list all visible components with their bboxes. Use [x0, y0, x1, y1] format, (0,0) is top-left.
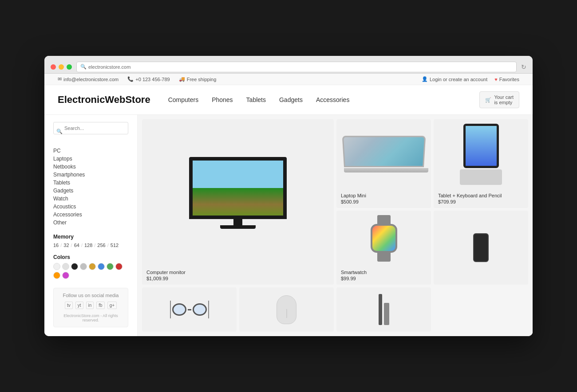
watch-name: Smartwatch — [341, 270, 427, 275]
sidebar-link-netbooks[interactable]: Netbooks — [53, 163, 128, 171]
glasses-image — [142, 287, 237, 332]
pen-mockup — [379, 294, 382, 325]
product-card-monitor[interactable]: Computer monitor $1,009.99 — [142, 119, 334, 285]
glasses-bridge — [188, 309, 191, 310]
heart-icon: ♥ — [494, 77, 498, 82]
main-nav: ElectronicWebStore Computers Phones Tabl… — [44, 85, 533, 115]
email-icon: ✉ — [58, 76, 62, 82]
nav-computers[interactable]: Computers — [168, 96, 198, 103]
product-card-laptop[interactable]: Laptop Mini $500.99 — [336, 119, 431, 208]
product-card-accessory[interactable] — [336, 287, 431, 332]
sidebar-link-acoustics[interactable]: Acoustics — [53, 203, 128, 211]
watch-info: Smartwatch $99.99 — [336, 266, 431, 285]
stylus-mockup — [384, 303, 389, 325]
address-bar[interactable]: 🔍 electronicstore.com — [76, 62, 517, 72]
mouse-mockup — [277, 295, 296, 324]
mouse-image — [239, 287, 334, 332]
watch-band-top — [377, 215, 391, 224]
sidebar-link-other[interactable]: Other — [53, 219, 128, 227]
refresh-button[interactable]: ↻ — [521, 63, 526, 71]
swatch-blue[interactable] — [98, 263, 105, 270]
social-in[interactable]: in — [86, 302, 94, 309]
accessory-mockup — [379, 294, 389, 325]
swatch-orange[interactable] — [53, 272, 60, 279]
sidebar-link-watch[interactable]: Watch — [53, 195, 128, 203]
browser-window: 🔍 electronicstore.com ↻ ✉ info@electroni… — [44, 56, 533, 336]
sidebar-search-input[interactable] — [53, 122, 128, 134]
swatch-black[interactable] — [71, 263, 78, 270]
nav-links: Computers Phones Tablets Gadgets Accesso… — [168, 96, 480, 103]
product-card-glasses[interactable] — [142, 287, 237, 332]
glasses-arm-right — [208, 301, 209, 318]
shipping-item: 🚚 Free shipping — [179, 76, 217, 82]
tablet-image — [434, 119, 528, 189]
memory-64[interactable]: 64 — [74, 243, 79, 248]
search-wrap: 🔍 — [53, 122, 128, 141]
nav-gadgets[interactable]: Gadgets — [279, 96, 303, 103]
product-card-mouse[interactable] — [239, 287, 334, 332]
site-logo[interactable]: ElectronicWebStore — [58, 94, 150, 106]
laptop-mockup — [344, 136, 424, 172]
search-icon: 🔍 — [80, 64, 87, 70]
memory-16[interactable]: 16 — [53, 243, 59, 248]
watch-mockup — [371, 215, 397, 262]
product-grid: Computer monitor $1,009.99 Laptop Mini $… — [138, 115, 533, 336]
swatch-white[interactable] — [53, 263, 60, 270]
monitor-mockup — [189, 157, 287, 229]
social-title: Follow us on social media — [58, 293, 123, 298]
cart-text: Your cart is empty — [494, 94, 514, 105]
memory-512[interactable]: 512 — [111, 243, 119, 248]
product-card-smartphone[interactable] — [434, 211, 528, 285]
swatch-silver[interactable] — [80, 263, 87, 270]
social-gp[interactable]: g+ — [107, 302, 117, 309]
product-card-watch[interactable]: Smartwatch $99.99 — [336, 211, 431, 285]
memory-128[interactable]: 128 — [84, 243, 92, 248]
maximize-button[interactable] — [67, 64, 72, 70]
email-text: info@electronicstore.com — [63, 77, 119, 82]
tablet-screen — [463, 124, 499, 168]
swatch-green[interactable] — [107, 263, 114, 270]
swatch-purple[interactable] — [62, 272, 69, 279]
sidebar-link-gadgets[interactable]: Gadgets — [53, 187, 128, 195]
minimize-button[interactable] — [59, 64, 64, 70]
swatch-lightgray[interactable] — [62, 263, 69, 270]
laptop-info: Laptop Mini $500.99 — [336, 189, 431, 208]
colors-label: Colors — [53, 254, 128, 260]
info-bar-left: ✉ info@electronicstore.com 📞 +0 123 456-… — [58, 76, 216, 82]
social-fb[interactable]: fb — [96, 302, 104, 309]
glasses-lens-right — [193, 303, 207, 316]
swatch-gold[interactable] — [89, 263, 96, 270]
phone-item: 📞 +0 123 456-789 — [127, 76, 170, 82]
login-item[interactable]: 👤 Login or create an account — [422, 76, 487, 82]
nav-phones[interactable]: Phones — [212, 96, 233, 103]
cart-widget[interactable]: 🛒 Your cart is empty — [479, 91, 519, 108]
account-icon: 👤 — [422, 76, 428, 82]
footer-copyright: ElectronicStore.com - All rights reserve… — [58, 314, 123, 322]
info-bar-right: 👤 Login or create an account ♥ Favorites — [422, 76, 519, 82]
sidebar-link-smartphones[interactable]: Smartphones — [53, 171, 128, 179]
swatch-red[interactable] — [115, 263, 123, 270]
nav-accessories[interactable]: Accessories — [316, 96, 349, 103]
memory-256[interactable]: 256 — [97, 243, 105, 248]
memory-32[interactable]: 32 — [63, 243, 69, 248]
favorites-item[interactable]: ♥ Favorites — [494, 77, 519, 82]
social-yt[interactable]: yt — [75, 302, 83, 309]
monitor-price: $1,009.99 — [146, 276, 329, 281]
monitor-stand-neck — [233, 219, 242, 225]
tablet-mockup — [463, 124, 499, 185]
glasses-mockup — [170, 301, 209, 318]
accessory-image — [336, 287, 431, 332]
info-bar: ✉ info@electronicstore.com 📞 +0 123 456-… — [44, 74, 533, 85]
nav-tablets[interactable]: Tablets — [246, 96, 266, 103]
sidebar-link-accessories[interactable]: Accessories — [53, 211, 128, 219]
social-tv[interactable]: tv — [65, 302, 73, 309]
product-card-tablet[interactable]: Tablet + Keyboard and Pencil $709.99 — [434, 119, 528, 208]
sidebar-link-pc[interactable]: PC — [53, 147, 128, 155]
monitor-name: Computer monitor — [146, 270, 329, 275]
close-button[interactable] — [51, 64, 56, 70]
sidebar-link-laptops[interactable]: Laptops — [53, 155, 128, 163]
login-text: Login or create an account — [430, 77, 487, 82]
sidebar-search-icon: 🔍 — [56, 129, 63, 134]
color-swatches — [53, 263, 128, 279]
sidebar-link-tablets[interactable]: Tablets — [53, 179, 128, 187]
